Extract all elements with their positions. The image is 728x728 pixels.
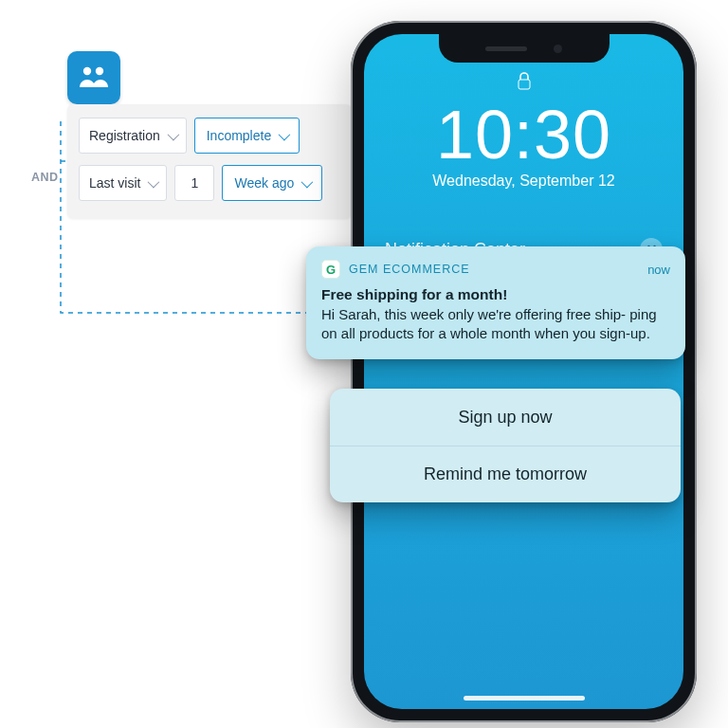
clock-time: 10:30 [364, 100, 683, 169]
count-input[interactable]: 1 [174, 165, 214, 201]
unit-week-ago[interactable]: Week ago [222, 165, 322, 201]
audience-icon [67, 51, 120, 104]
home-indicator[interactable] [464, 696, 585, 701]
count-value: 1 [191, 175, 199, 191]
segment-panel: Registration Incomplete Last visit 1 Wee… [67, 104, 352, 218]
signup-button[interactable]: Sign up now [330, 389, 681, 446]
action-label: Sign up now [458, 408, 552, 428]
unit-label: Week ago [234, 175, 294, 191]
field-last-visit[interactable]: Last visit [79, 165, 167, 201]
svg-rect-2 [519, 80, 530, 89]
notification-body: Hi Sarah, this week only we're offering … [321, 305, 670, 344]
lockscreen-clock: 10:30 Wednesday, September 12 [364, 100, 683, 190]
notification-title: Free shipping for a month! [321, 286, 670, 303]
value-label: Incomplete [207, 128, 271, 143]
push-notification[interactable]: G GEM ECOMMERCE now Free shipping for a … [306, 246, 685, 359]
phone-screen: 10:30 Wednesday, September 12 Notificati… [364, 34, 683, 709]
notification-time: now [647, 263, 670, 277]
clock-date: Wednesday, September 12 [364, 173, 683, 190]
svg-point-1 [96, 67, 103, 75]
app-icon: G [321, 260, 340, 279]
svg-point-0 [83, 67, 91, 75]
action-label: Remind me tomorrow [424, 464, 587, 484]
phone-notch [439, 34, 610, 63]
field-label: Last visit [89, 175, 140, 191]
lock-icon [516, 72, 533, 95]
chevron-down-icon [279, 128, 291, 140]
chevron-down-icon [301, 175, 314, 188]
app-name: GEM ECOMMERCE [349, 263, 470, 276]
notification-actions: Sign up now Remind me tomorrow [330, 389, 681, 502]
operator-label: AND [31, 171, 59, 184]
chevron-down-icon [148, 175, 160, 188]
value-incomplete[interactable]: Incomplete [194, 118, 300, 154]
field-label: Registration [89, 128, 160, 143]
chevron-down-icon [167, 128, 179, 140]
remind-button[interactable]: Remind me tomorrow [330, 446, 681, 502]
phone-frame: 10:30 Wednesday, September 12 Notificati… [351, 21, 697, 722]
field-registration[interactable]: Registration [79, 118, 187, 154]
